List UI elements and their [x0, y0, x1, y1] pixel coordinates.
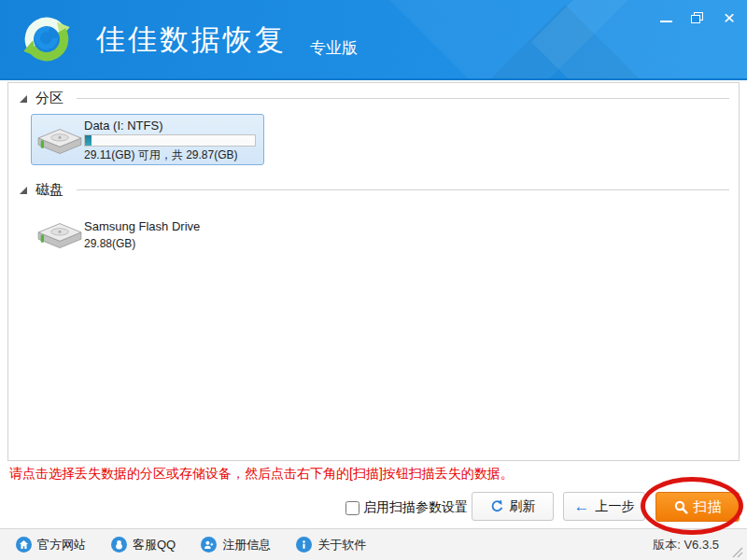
home-icon [16, 537, 32, 553]
app-logo-icon [21, 13, 73, 65]
app-edition-label: 专业版 [310, 37, 358, 59]
partition-item-selected[interactable]: Data (I: NTFS) 29.11(GB) 可用，共 29.87(GB) [31, 114, 264, 165]
statusbar-item-label: 客服QQ [133, 537, 176, 553]
scan-params-checkbox[interactable] [345, 501, 359, 515]
resize-grip[interactable] [731, 546, 744, 558]
qq-icon [111, 537, 127, 553]
device-panel: 分区 Data (I: NTFS) 29.11(GB) 可用，共 29.87(G… [7, 82, 740, 461]
minimize-icon [660, 21, 672, 22]
scan-params-label: 启用扫描参数设置 [363, 499, 468, 516]
disk-size: 29.88(GB) [84, 237, 200, 250]
register-icon [201, 537, 217, 553]
disk-section-header[interactable]: 磁盘 [20, 181, 729, 199]
restore-button[interactable] [689, 9, 706, 26]
section-divider [77, 189, 729, 190]
statusbar-item-website[interactable]: 官方网站 [16, 537, 86, 553]
titlebar: 佳佳数据恢复 专业版 × [0, 0, 747, 80]
window-controls: × [657, 7, 738, 28]
close-button[interactable]: × [721, 9, 738, 26]
hard-drive-icon [35, 216, 84, 253]
scan-button[interactable]: 扫描 [655, 492, 740, 522]
version-label: 版本: V6.3.5 [653, 537, 719, 553]
statusbar-item-label: 注册信息 [222, 537, 271, 553]
hard-drive-icon [35, 121, 84, 159]
collapse-triangle-icon [20, 95, 27, 103]
back-label: 上一步 [596, 498, 635, 515]
refresh-icon [490, 499, 504, 513]
collapse-triangle-icon [20, 187, 27, 194]
refresh-label: 刷新 [510, 498, 536, 515]
app-title: 佳佳数据恢复 [96, 21, 287, 60]
close-icon: × [724, 9, 735, 26]
section-divider [77, 98, 729, 99]
statusbar-item-label: 官方网站 [37, 537, 86, 553]
app-window: 佳佳数据恢复 专业版 × 分区 [0, 0, 747, 560]
hint-text: 请点击选择丢失数据的分区或存储设备，然后点击右下角的[扫描]按钮扫描丢失的数据。 [9, 466, 514, 483]
partition-name: Data (I: NTFS) [84, 119, 256, 133]
statusbar-item-label: 关于软件 [317, 537, 366, 553]
partition-section-label: 分区 [35, 90, 63, 107]
back-arrow-icon: ← [574, 500, 590, 513]
partition-usage-fill [85, 135, 92, 146]
refresh-button[interactable]: 刷新 [472, 492, 554, 521]
partition-capacity: 29.11(GB) 可用，共 29.87(GB) [84, 148, 256, 161]
statusbar-item-about[interactable]: 关于软件 [296, 537, 366, 553]
statusbar-item-register[interactable]: 注册信息 [201, 537, 271, 553]
about-icon [296, 537, 312, 553]
partition-section-header[interactable]: 分区 [20, 90, 729, 107]
disk-name: Samsung Flash Drive [84, 219, 200, 233]
disk-section-label: 磁盘 [35, 181, 63, 199]
partition-usage-bar [84, 134, 256, 147]
statusbar: 官方网站 客服QQ 注册信息 关于软件 [0, 528, 747, 560]
scan-label: 扫描 [694, 498, 722, 516]
scan-params-option[interactable]: 启用扫描参数设置 [345, 499, 468, 516]
disk-item[interactable]: Samsung Flash Drive 29.88(GB) [31, 212, 264, 257]
minimize-button[interactable] [657, 9, 674, 26]
search-icon [674, 500, 688, 514]
back-button[interactable]: ← 上一步 [563, 492, 645, 521]
statusbar-item-qq[interactable]: 客服QQ [111, 537, 176, 553]
restore-icon [691, 12, 704, 24]
